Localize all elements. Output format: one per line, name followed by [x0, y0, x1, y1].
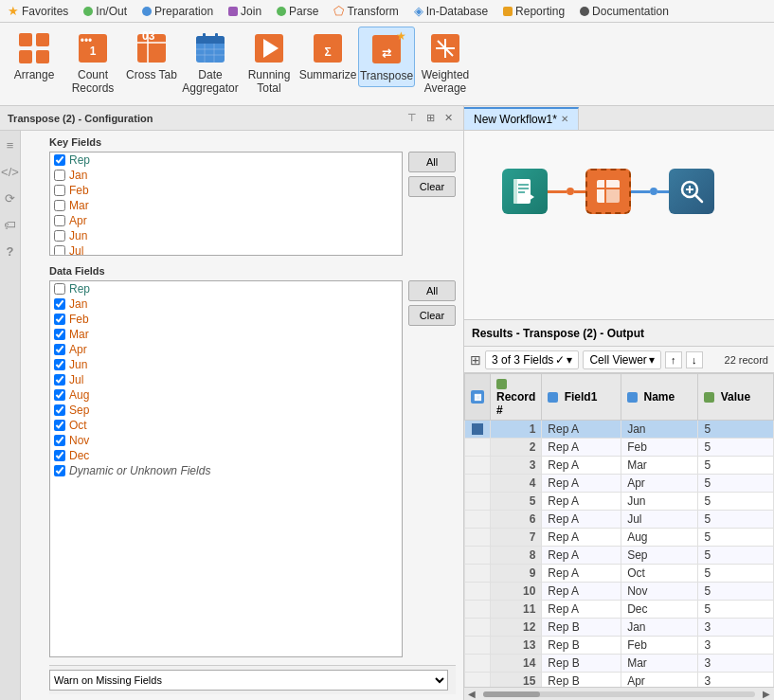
row-selector-cell[interactable] — [465, 637, 491, 655]
key-field-jan-checkbox[interactable] — [54, 170, 65, 181]
fields-selector-button[interactable]: 3 of 3 Fields ✓ ▾ — [485, 350, 579, 369]
sidebar-icon-code[interactable]: </> — [2, 163, 19, 180]
row-selector-cell[interactable] — [465, 601, 491, 619]
table-row[interactable]: 4Rep AApr5 — [465, 475, 774, 493]
row-selector-cell[interactable] — [465, 619, 491, 637]
nav-favorites[interactable]: ★ Favorites — [8, 4, 68, 18]
data-field-aug-checkbox[interactable] — [54, 389, 65, 401]
pin-button[interactable]: ⊤ — [405, 111, 420, 125]
data-field-jun-checkbox[interactable] — [54, 359, 65, 370]
table-row[interactable]: 3Rep AMar5 — [465, 457, 774, 475]
data-field-apr-checkbox[interactable] — [54, 344, 65, 355]
close-config-button[interactable]: ✕ — [441, 111, 456, 125]
nav-preparation[interactable]: Preparation — [142, 5, 213, 18]
key-field-jun-checkbox[interactable] — [54, 230, 65, 242]
nav-parse[interactable]: Parse — [277, 5, 318, 18]
sort-asc-button[interactable]: ↑ — [665, 351, 682, 368]
nav-indatabase[interactable]: ◈ In-Database — [414, 4, 488, 18]
cell-viewer-button[interactable]: Cell Viewer ▾ — [583, 350, 660, 369]
data-field-jan-checkbox[interactable] — [54, 298, 65, 310]
scroll-left-arrow[interactable]: ◀ — [464, 689, 479, 699]
row-selector-cell[interactable] — [465, 565, 491, 583]
data-field-dynamic-checkbox[interactable] — [54, 465, 65, 476]
key-field-apr-checkbox[interactable] — [54, 215, 65, 226]
row-selector-cell[interactable] — [465, 529, 491, 547]
data-field-dec-checkbox[interactable] — [54, 450, 65, 461]
data-field-mar-checkbox[interactable] — [54, 329, 65, 340]
sidebar-icon-help[interactable]: ? — [2, 242, 19, 260]
key-fields-list[interactable]: Rep Jan Feb Mar — [49, 152, 403, 256]
workflow-tab-main[interactable]: New Workflow1* ✕ — [464, 107, 579, 130]
table-row[interactable]: 7Rep AAug5 — [465, 529, 774, 547]
data-field-feb-checkbox[interactable] — [54, 314, 65, 325]
table-row[interactable]: 14Rep BMar3 — [465, 655, 774, 673]
tool-transpose[interactable]: ⇄ ★ Transpose — [358, 27, 415, 87]
table-row[interactable]: 5Rep AJun5 — [465, 493, 774, 511]
scroll-track[interactable] — [483, 691, 755, 697]
data-table-container[interactable]: ▦ Record # Field1 — [464, 373, 774, 687]
scroll-right-arrow[interactable]: ▶ — [759, 689, 774, 699]
row-selector-cell[interactable] — [465, 583, 491, 601]
sidebar-icon-transform[interactable]: ⟳ — [2, 189, 19, 206]
nav-inout[interactable]: In/Out — [83, 5, 127, 18]
row-selector-cell[interactable] — [465, 475, 491, 493]
row-selector-cell[interactable] — [465, 511, 491, 529]
row-selector-cell[interactable] — [465, 673, 491, 688]
data-field-jul-checkbox[interactable] — [54, 374, 65, 386]
key-field-feb-checkbox[interactable] — [54, 185, 65, 196]
workflow-node-input[interactable] — [502, 169, 548, 214]
tool-cross-tab[interactable]: 03 Cross Tab — [123, 27, 180, 85]
key-fields-all-button[interactable]: All — [408, 152, 456, 172]
row-selector-cell[interactable] — [465, 457, 491, 475]
tool-arrange[interactable]: Arrange — [6, 27, 63, 85]
table-row[interactable]: 6Rep AJul5 — [465, 511, 774, 529]
table-row[interactable]: 13Rep BFeb3 — [465, 637, 774, 655]
table-row[interactable]: 15Rep BApr3 — [465, 673, 774, 688]
th-field1[interactable]: Field1 — [542, 374, 621, 421]
key-field-mar-checkbox[interactable] — [54, 200, 65, 211]
tool-summarize[interactable]: Σ Summarize — [299, 27, 356, 85]
data-fields-all-button[interactable]: All — [408, 280, 456, 301]
tool-weighted-average[interactable]: Weighted Average — [417, 27, 474, 99]
workflow-node-transpose[interactable] — [585, 169, 631, 214]
table-row[interactable]: 1Rep AJan5 — [465, 421, 774, 439]
table-row[interactable]: 9Rep AOct5 — [465, 565, 774, 583]
data-field-rep-checkbox[interactable] — [54, 283, 65, 295]
table-row[interactable]: 8Rep ASep5 — [465, 547, 774, 565]
tool-date-aggregator[interactable]: Date Aggregator — [182, 27, 239, 99]
row-selector-cell[interactable] — [465, 493, 491, 511]
row-selector-cell[interactable] — [465, 439, 491, 457]
workflow-node-browse[interactable] — [669, 169, 714, 214]
table-row[interactable]: 11Rep ADec5 — [465, 601, 774, 619]
key-field-jul-checkbox[interactable] — [54, 245, 65, 256]
table-row[interactable]: 10Rep ANov5 — [465, 583, 774, 601]
data-field-sep-checkbox[interactable] — [54, 404, 65, 416]
tool-count-records[interactable]: 1 ••• Count Records — [64, 27, 121, 99]
table-row[interactable]: 2Rep AFeb5 — [465, 439, 774, 457]
tab-close-button[interactable]: ✕ — [561, 114, 568, 124]
key-field-rep-checkbox[interactable] — [54, 154, 65, 166]
data-field-oct-checkbox[interactable] — [54, 420, 65, 431]
row-selector-cell[interactable] — [465, 421, 491, 439]
horizontal-scrollbar[interactable]: ◀ ▶ — [464, 687, 774, 700]
data-field-nov-checkbox[interactable] — [54, 435, 65, 446]
float-button[interactable]: ⊞ — [423, 111, 438, 125]
th-value[interactable]: Value — [698, 374, 774, 421]
tool-running-total[interactable]: Running Total — [241, 27, 297, 99]
th-name[interactable]: Name — [621, 374, 698, 421]
warning-select[interactable]: Warn on Missing Fields Ignore Missing Fi… — [49, 670, 448, 691]
nav-reporting[interactable]: Reporting — [503, 5, 565, 18]
nav-transform[interactable]: ⬠ Transform — [333, 4, 398, 18]
nav-join[interactable]: Join — [228, 5, 261, 18]
sort-desc-button[interactable]: ↓ — [686, 351, 703, 368]
row-selector-cell[interactable] — [465, 547, 491, 565]
table-row[interactable]: 12Rep BJan3 — [465, 619, 774, 637]
data-fields-list[interactable]: Rep Jan Feb Mar — [49, 280, 403, 657]
row-selector-cell[interactable] — [465, 655, 491, 673]
sidebar-icon-annotation[interactable]: 🏷 — [2, 216, 19, 233]
data-fields-clear-button[interactable]: Clear — [408, 305, 456, 326]
nav-documentation[interactable]: Documentation — [580, 5, 669, 18]
key-fields-clear-button[interactable]: Clear — [408, 176, 456, 197]
sidebar-icon-properties[interactable]: ≡ — [2, 136, 19, 153]
th-record-num[interactable]: Record # — [491, 374, 542, 421]
